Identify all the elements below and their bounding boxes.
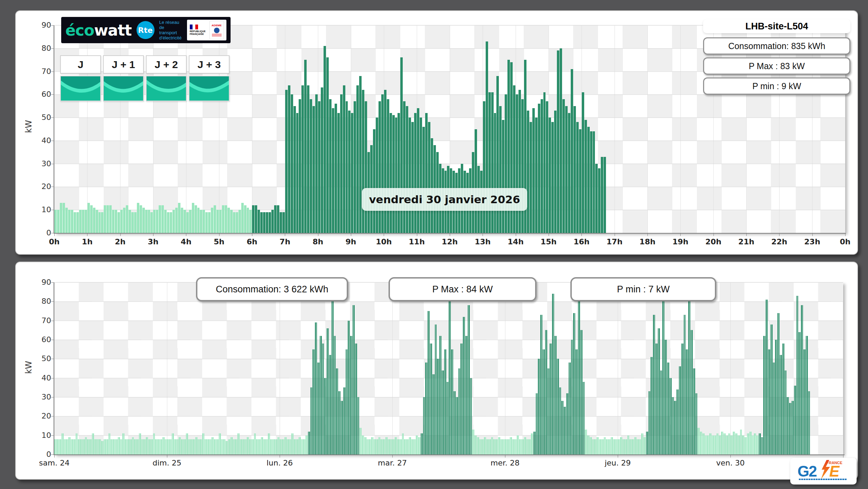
bar [131, 439, 131, 454]
bar [594, 439, 595, 454]
bar [280, 439, 280, 454]
bar [465, 336, 466, 454]
x-tick-mark [779, 234, 780, 236]
bar [431, 344, 432, 454]
bar [601, 439, 602, 454]
x-tick-label: lun. 26 [257, 459, 302, 467]
bar [587, 435, 588, 454]
y-axis-title-top: kW [24, 120, 34, 133]
bar [68, 210, 71, 233]
bar [282, 212, 285, 233]
bar [656, 344, 657, 454]
bar [563, 401, 563, 454]
bar [382, 439, 383, 454]
bar [125, 439, 125, 454]
x-tick-mark [54, 234, 55, 236]
bar [180, 437, 181, 454]
bar [364, 437, 365, 454]
y-tick-mark [51, 48, 54, 49]
bar [354, 101, 356, 233]
bar [803, 349, 804, 454]
bar [65, 208, 68, 233]
bar [169, 439, 170, 454]
bar [769, 349, 770, 454]
bar [130, 439, 130, 454]
x-tick-mark [318, 234, 318, 236]
bar [362, 90, 364, 233]
bar [661, 370, 662, 454]
bar [665, 340, 665, 454]
bar [590, 437, 590, 454]
rte-logo: Rte [137, 21, 155, 39]
bar [452, 349, 453, 454]
day-tab-j3[interactable]: J + 3 [189, 55, 230, 101]
bar [698, 428, 698, 454]
week-chart-bars [54, 282, 843, 454]
bar [672, 397, 673, 454]
bar [303, 439, 304, 454]
bar [158, 439, 158, 454]
bar [293, 106, 296, 233]
bar [527, 111, 529, 233]
bar [232, 437, 232, 454]
bar [376, 439, 377, 454]
y-tick-label: 10 [30, 431, 51, 440]
day-tab-j1[interactable]: J + 1 [103, 55, 144, 101]
bar [332, 108, 334, 233]
bar [321, 336, 321, 454]
bar [741, 430, 742, 454]
bar [189, 210, 192, 233]
bar [346, 101, 348, 233]
y-tick-mark [51, 340, 54, 340]
bar [222, 205, 224, 233]
bar [164, 437, 164, 454]
x-tick-label: 15h [534, 237, 563, 246]
bar [693, 368, 694, 454]
bar [229, 439, 230, 454]
day-tab-j2[interactable]: J + 2 [146, 55, 187, 101]
y-tick-label: 90 [30, 21, 51, 29]
bar [88, 439, 89, 454]
gov-logos: RÉPUBLIQUE FRANÇAISE ADEME [187, 20, 226, 40]
bar [732, 435, 732, 454]
bar [643, 433, 643, 454]
bar [110, 433, 110, 454]
bar [690, 300, 690, 454]
bar [505, 439, 506, 454]
bar [565, 407, 566, 454]
x-tick-mark [219, 234, 220, 236]
x-tick-mark [730, 455, 731, 458]
y-tick-label: 80 [30, 297, 51, 305]
bar [502, 120, 504, 233]
bar [519, 439, 520, 454]
bar [659, 328, 660, 454]
bar [457, 397, 458, 454]
bar [468, 305, 468, 454]
day-pmin-stat: P min : 9 kW [703, 77, 850, 95]
bar [557, 50, 559, 233]
bar [607, 439, 608, 454]
bar [58, 439, 59, 454]
bar [301, 85, 304, 233]
bar [159, 439, 160, 454]
bar [679, 366, 680, 454]
day-tab-j[interactable]: J [60, 55, 101, 101]
bar [688, 300, 689, 454]
bar [610, 439, 610, 454]
bar [275, 439, 276, 454]
y-tick-mark [51, 141, 54, 141]
bar [516, 94, 518, 233]
bar [511, 437, 512, 454]
bar [112, 439, 113, 454]
bar [406, 106, 408, 233]
bar [79, 439, 80, 454]
bar [151, 439, 151, 454]
bar [522, 439, 522, 454]
bar [57, 439, 57, 454]
bar [228, 439, 229, 454]
bar [662, 301, 663, 454]
bar [326, 378, 326, 454]
bar [585, 430, 586, 454]
y-tick-mark [51, 321, 54, 321]
bar [205, 212, 208, 233]
